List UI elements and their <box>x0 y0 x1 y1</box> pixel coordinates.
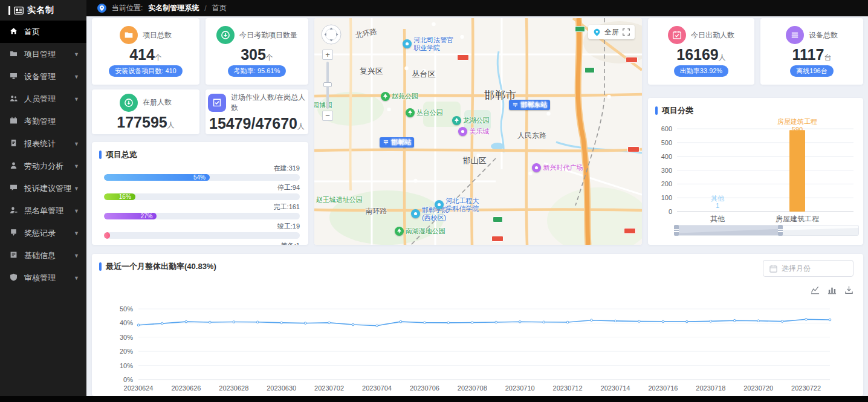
sidebar-item-3[interactable]: 人员管理▼ <box>0 88 86 110</box>
svg-text:200: 200 <box>661 180 672 187</box>
sidebar-item-0[interactable]: 首页 <box>0 21 86 43</box>
map-park-poi[interactable]: 丛台公园 <box>406 108 443 117</box>
map-marker-pin[interactable] <box>604 92 614 105</box>
map-district-label: 丛台区 <box>412 69 436 80</box>
overview-bar: 54% <box>104 174 210 181</box>
folderW-icon <box>120 26 138 44</box>
title-accent-bar <box>655 106 658 115</box>
sidebar-item-1[interactable]: 项目管理▼ <box>0 43 86 65</box>
sidebar-menu: 首页项目管理▼设备管理▼人员管理▼考勤管理报表统计▼劳动力分析▼投诉建议管理▼黑… <box>0 21 86 289</box>
chevron-down-icon: ▼ <box>74 253 79 259</box>
zoom-slider-track[interactable] <box>326 62 329 109</box>
svg-text:其他: 其他 <box>710 215 725 223</box>
map-pan-control[interactable] <box>320 24 342 48</box>
breadcrumb-system[interactable]: 实名制管理系统 <box>148 3 199 13</box>
sidebar-item-label: 首页 <box>24 27 40 37</box>
svg-text:10%: 10% <box>120 362 133 369</box>
overview-bar-track: 16% <box>104 193 300 200</box>
overview-row-4: 筹备:1 <box>104 241 300 245</box>
sidebar-item-10[interactable]: 基础信息▼ <box>0 244 86 267</box>
svg-text:20230716: 20230716 <box>648 384 678 392</box>
overview-row-2: 完工:16127% <box>104 203 300 219</box>
main-content: 项目总数414个安装设备项目数: 410今日考勤项目数量305个考勤率: 95.… <box>86 16 868 396</box>
teal-pin-icon <box>593 28 601 36</box>
calendar-icon <box>10 117 19 126</box>
month-picker-input[interactable]: 选择月份 <box>763 260 853 277</box>
datazoom-right-handle[interactable] <box>778 225 783 236</box>
map-school-poi[interactable]: 河北司法警官职业学院 <box>403 36 453 51</box>
overview-row-label: 竣工:19 <box>104 222 300 231</box>
sidebar-item-label: 黑名单管理 <box>24 206 63 216</box>
datazoom-left-handle[interactable] <box>674 225 679 236</box>
map-mall-poi[interactable]: 新兴时代广场 <box>532 163 583 172</box>
fullscreen-brackets-icon <box>623 28 630 36</box>
svg-text:0: 0 <box>669 208 672 215</box>
map-school-poi[interactable]: 河北工程大学科信学院 <box>435 197 479 212</box>
sidebar-item-4[interactable]: 考勤管理 <box>0 110 86 132</box>
location-pin-icon <box>97 4 106 13</box>
card-badge: 出勤率33.92% <box>674 65 728 77</box>
folder-icon <box>10 50 19 59</box>
map-marker-pin[interactable] <box>401 63 412 77</box>
map-marker-pin[interactable] <box>410 176 421 189</box>
map-mall-poi[interactable]: 美乐城 <box>458 127 489 136</box>
shield-icon <box>10 273 19 282</box>
sidebar-item-label: 投诉建议管理 <box>24 183 71 194</box>
medal-icon <box>10 229 19 238</box>
map-station-badge[interactable]: 邯郸东站 <box>509 100 550 110</box>
map-marker-pin[interactable] <box>543 109 554 122</box>
sidebar-item-label: 设备管理 <box>24 71 56 82</box>
card-title: 在册人数 <box>143 97 172 108</box>
map-marker-pin[interactable] <box>384 105 394 118</box>
download-tool-icon[interactable] <box>844 285 853 294</box>
map-station-badge[interactable]: 邯郸站 <box>380 137 414 148</box>
datazoom-selected-range[interactable] <box>676 225 780 235</box>
sidebar-item-label: 项目管理 <box>24 49 56 60</box>
sidebar-item-label: 劳动力分析 <box>24 161 63 172</box>
overview-bar <box>104 232 110 239</box>
fullscreen-button[interactable]: 全屏 <box>588 25 635 39</box>
map-marker-pin[interactable] <box>457 32 467 45</box>
overview-row-label: 完工:161 <box>104 203 300 212</box>
datazoom-slider[interactable] <box>676 225 859 236</box>
sidebar-item-7[interactable]: 投诉建议管理▼ <box>0 177 86 199</box>
sidebar-item-label: 审核管理 <box>24 273 56 284</box>
zoom-out-button[interactable]: − <box>322 111 333 121</box>
map-park-poi[interactable]: 南湖湿地公园 <box>395 227 445 236</box>
sidebar-item-6[interactable]: 劳动力分析▼ <box>0 155 86 177</box>
svg-text:20230708: 20230708 <box>458 384 487 392</box>
zoom-in-button[interactable]: + <box>322 50 333 60</box>
map-park-poi[interactable]: 龙湖公园 <box>452 116 490 125</box>
overview-bar: 27% <box>104 213 157 219</box>
breadcrumb-current[interactable]: 首页 <box>212 3 227 13</box>
sidebar-item-5[interactable]: 报表统计▼ <box>0 132 86 155</box>
sidebar-item-11[interactable]: 审核管理▼ <box>0 267 86 289</box>
sidebar-item-8[interactable]: 黑名单管理▼ <box>0 199 86 222</box>
svg-text:30%: 30% <box>120 334 133 341</box>
sidebar-item-9[interactable]: 奖惩记录▼ <box>0 222 86 244</box>
title-accent-bar <box>99 151 102 159</box>
sidebar-item-2[interactable]: 设备管理▼ <box>0 65 86 88</box>
map-park-poi[interactable]: 赵苑公园 <box>381 92 418 101</box>
svg-text:20230718: 20230718 <box>696 384 725 392</box>
overview-bar-track: 54% <box>104 174 300 181</box>
breadcrumb-prefix: 当前位置: <box>112 3 143 13</box>
svg-text:40%: 40% <box>120 319 133 326</box>
line-chart-tool-icon[interactable] <box>811 285 820 294</box>
infocard-icon <box>10 251 19 260</box>
panel-title: 项目总览 <box>92 142 308 160</box>
bar-chart-tool-icon[interactable] <box>828 285 837 294</box>
overview-row-1: 停工:9416% <box>104 183 300 200</box>
chevron-down-icon: ▼ <box>74 74 79 80</box>
zoom-slider-handle[interactable] <box>323 82 332 87</box>
map-road-badge-red <box>457 54 469 60</box>
attendance-title: 最近一个月整体出勤率(40.83%) <box>106 261 216 272</box>
card-badge: 考勤率: 95.61% <box>228 65 286 77</box>
svg-text:20230624: 20230624 <box>124 384 154 392</box>
card-title: 今日考勤项目数量 <box>239 30 297 41</box>
svg-text:50%: 50% <box>120 305 133 313</box>
stat-card-left-2: 在册人数177595人 <box>92 89 199 134</box>
map-marker-pin[interactable] <box>429 19 439 33</box>
svg-text:20230702: 20230702 <box>314 384 344 392</box>
stat-card-left-3: 进场作业人数/在岗总人数15479/47670人 <box>206 89 308 134</box>
